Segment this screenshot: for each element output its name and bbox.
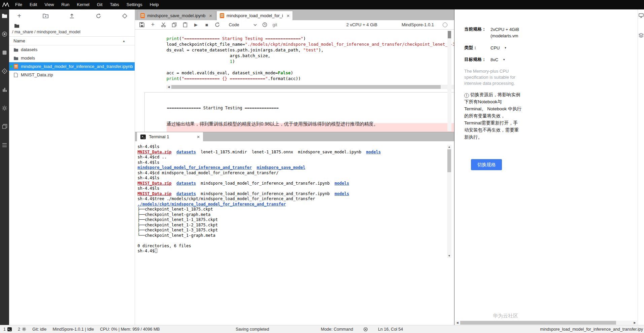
- breadcrumb[interactable]: / ma_share / mindspore_load_model: [9, 29, 135, 36]
- scrollbar-thumb[interactable]: [447, 149, 451, 172]
- close-icon[interactable]: ×: [196, 134, 200, 140]
- restart-icon[interactable]: [214, 22, 220, 28]
- folder-icon: [13, 56, 19, 61]
- layers-icon[interactable]: [639, 33, 644, 38]
- scrollbar-thumb[interactable]: [448, 31, 451, 38]
- menu-view[interactable]: View: [41, 0, 58, 9]
- menu-settings[interactable]: Settings: [123, 0, 146, 9]
- chart-icon[interactable]: [2, 86, 8, 92]
- breadcrumb-folder-icon[interactable]: [9, 22, 135, 29]
- new-folder-icon[interactable]: [42, 12, 49, 19]
- scrollbar-thumb[interactable]: [171, 85, 441, 89]
- scroll-right-icon[interactable]: ▶: [633, 321, 637, 324]
- toc-icon[interactable]: [2, 142, 8, 148]
- menu-edit[interactable]: Edit: [26, 0, 41, 9]
- type-select[interactable]: CPU ▼: [490, 45, 507, 51]
- save-status: Saving completed: [236, 327, 269, 332]
- code-horizontal-scrollbar[interactable]: ◀ ▶: [166, 85, 454, 89]
- kernels-icon: [22, 327, 26, 331]
- scrollbar-thumb[interactable]: [460, 321, 616, 325]
- file-item-label: MNIST_Data.zip: [21, 72, 55, 77]
- circle-x-icon[interactable]: [363, 327, 368, 332]
- git-status[interactable]: Git: idle: [32, 327, 46, 332]
- notebook-vertical-scrollbar[interactable]: [447, 30, 451, 131]
- gear-icon[interactable]: [2, 105, 8, 111]
- terminal-line: ├──checkpoint_lenet_1-1_1875.ckpt: [137, 217, 441, 223]
- code-lines[interactable]: print("============== Starting Testing =…: [166, 36, 454, 81]
- kernels-count[interactable]: 2: [18, 327, 26, 332]
- tab-label: Terminal 1: [149, 134, 169, 139]
- monitor-icon[interactable]: [639, 13, 644, 18]
- spec-switch-panel: 当前规格： 2vCPU + 4GiB (modelarts.vm 类型： CPU…: [454, 9, 638, 325]
- instance-spec-label: 2 vCPU + 4 GiB: [346, 22, 377, 27]
- terminal-line: sh-4.4$ls: [137, 144, 441, 150]
- terminals-count[interactable]: 1 >_: [3, 327, 12, 332]
- scroll-left-icon[interactable]: ◀: [166, 85, 171, 88]
- kernel-status-icon[interactable]: [443, 23, 447, 27]
- file-item-mnist-zip[interactable]: MNIST_Data.zip: [9, 71, 135, 79]
- caret-down-icon: ▼: [504, 46, 507, 49]
- kernel-name[interactable]: MindSpore-1.0.1: [402, 22, 434, 27]
- command-mode-indicator[interactable]: Mode: Command: [321, 327, 353, 332]
- file-item-datasets[interactable]: datasets: [9, 45, 135, 54]
- output-line: ============== Starting Testing ========…: [167, 105, 454, 111]
- app-window: File Edit View Run Kernel Git Tabs Setti…: [0, 0, 644, 333]
- target-spec-select[interactable]: 8vC ▼: [490, 57, 505, 63]
- menu-help[interactable]: Help: [146, 0, 163, 9]
- kernel-status[interactable]: MindSpore-1.0.1 | Idle: [53, 327, 94, 332]
- new-launcher-icon[interactable]: +: [16, 12, 23, 19]
- close-icon[interactable]: ×: [208, 13, 212, 18]
- paste-icon[interactable]: [182, 22, 188, 28]
- notice-text: 切换资源后，将影响实例下所有Notebook与Terminal。 Noteboo…: [464, 92, 521, 140]
- stop-icon[interactable]: ■: [204, 22, 209, 28]
- menu-kernel[interactable]: Kernel: [73, 0, 93, 9]
- cursor-position[interactable]: Ln 16, Col 54: [378, 327, 403, 332]
- scroll-left-icon[interactable]: ◀: [455, 321, 460, 324]
- menu-git[interactable]: Git: [93, 0, 106, 9]
- switch-spec-button[interactable]: 切换规格: [471, 159, 502, 170]
- menu-file[interactable]: File: [11, 0, 26, 9]
- terminal-line: ├──checkpoint_lenet-graph.meta: [137, 212, 441, 218]
- running-icon[interactable]: [2, 31, 8, 37]
- code-line: print("============== {} =============="…: [166, 76, 454, 81]
- file-item-models[interactable]: models: [9, 54, 135, 62]
- save-icon[interactable]: [139, 22, 145, 28]
- tab-terminal-1[interactable]: >_ Terminal 1 ×: [137, 132, 203, 141]
- file-list-header[interactable]: Name ▲: [9, 36, 135, 45]
- terminal-line: sh-4.4$cd ..: [137, 155, 441, 160]
- tabs-icon[interactable]: [2, 123, 8, 130]
- cut-icon[interactable]: [161, 22, 166, 28]
- terminal-line: ├──checkpoint_lenet_1-3_1875.ckpt: [137, 228, 441, 233]
- files-icon[interactable]: [2, 12, 8, 18]
- stop-icon[interactable]: [2, 49, 8, 56]
- terminal-vertical-scrollbar[interactable]: ▲ ▼: [447, 145, 451, 258]
- markdown-cell: 通过输出结果，得到重训练后模型的精度达到0.98以上，优于使用预训练得到的模型进…: [166, 121, 378, 127]
- scroll-down-icon[interactable]: ▼: [448, 254, 450, 258]
- scroll-up-icon[interactable]: ▲: [448, 145, 450, 149]
- run-icon[interactable]: ▶: [193, 22, 199, 28]
- cell-type-select[interactable]: Code: [229, 22, 257, 27]
- menu-tabs[interactable]: Tabs: [106, 0, 123, 9]
- upload-icon[interactable]: [69, 12, 75, 19]
- refresh-icon[interactable]: [95, 12, 102, 19]
- terminal-icon: >_: [7, 327, 12, 331]
- left-sidebar: [0, 9, 9, 325]
- terminals-count-value: 1: [3, 327, 6, 332]
- menu-run[interactable]: Run: [58, 0, 73, 9]
- sort-arrow-icon[interactable]: ▲: [123, 39, 126, 43]
- history-clock-icon[interactable]: [262, 22, 268, 28]
- copy-icon[interactable]: [171, 22, 177, 28]
- git-toolbar-label[interactable]: git: [273, 22, 277, 27]
- add-cell-icon[interactable]: +: [150, 22, 156, 28]
- git-icon[interactable]: [2, 68, 8, 74]
- git-diamond-icon[interactable]: [121, 12, 128, 19]
- chevron-down-icon: [253, 24, 257, 26]
- tab-mindspore-load-model[interactable]: mindspore_load_model_for_i ×: [216, 11, 293, 20]
- code-line: print("============== Starting Testing =…: [166, 36, 454, 41]
- panel-horizontal-scrollbar[interactable]: ◀ ▶: [455, 321, 637, 325]
- name-column-label: Name: [13, 38, 25, 43]
- tab-mindspore-save-model[interactable]: mindspore_save_model.ipynb ×: [137, 11, 215, 20]
- file-item-notebook-selected[interactable]: mindspore_load_model_for_inference_and_t…: [9, 62, 135, 71]
- close-icon[interactable]: ×: [285, 13, 290, 18]
- terminal-panel[interactable]: sh-4.4$lsMNIST_Data.zip datasets lenet-1…: [135, 141, 454, 325]
